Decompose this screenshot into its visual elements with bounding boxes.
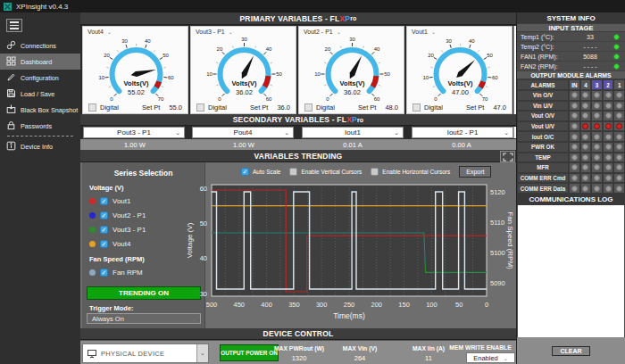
svg-text:70: 70 [158,96,164,102]
secondary-variable-dropdown-2[interactable]: Pout4⌄ [192,127,294,138]
sidebar-item-device-info[interactable]: Device Info [0,138,80,154]
input-stage-value: 5088 [567,54,613,60]
gauge-variable-dropdown[interactable]: Vout4⌄ [88,29,112,35]
alarm-row: TEMP [517,153,625,163]
trigger-mode-value: Always On [92,315,124,323]
alarm-led-gray [616,112,622,119]
mem-write-enable-label: MEM WRITE ENABLE [445,344,516,351]
alarm-led-gray [594,144,600,150]
menu-hamburger-button[interactable] [6,19,22,32]
sidebar-item-dashboard[interactable]: Dashboard [0,54,80,70]
gauge-dial: 0102030405060Volts(V)36.02 [299,37,405,103]
title-bar: XPInsight v0.4.3 [0,0,625,12]
app-title: XPInsight v0.4.3 [16,3,68,11]
alarm-row: Vin O/V [517,90,625,101]
alarm-row: COMM ERR Data [517,183,625,194]
svg-text:50: 50 [455,301,462,309]
digital-checkbox[interactable] [304,103,312,112]
gauge-unit-label: Volts(V) [340,79,365,87]
device-icon [88,350,96,358]
svg-text:0: 0 [326,96,329,102]
series-checkbox[interactable]: ✓ [100,211,108,219]
digital-checkbox[interactable] [196,103,204,112]
checkbox-icon [289,168,297,176]
checkbox-icon [371,168,379,176]
alarm-led-gray [571,92,578,98]
secondary-variable-dropdown-1[interactable]: Pout3 - P1⌄ [83,127,185,138]
alarm-led-gray [582,186,588,192]
chevron-down-icon: ⌄ [504,129,509,136]
gauge-card-3: Vout2 - P1⌄0102030405060Volts(V)36.02Dig… [298,26,404,114]
sidebar-item-black-box-snapshot[interactable]: Black Box Snapshot [0,102,80,118]
gauge-variable-dropdown[interactable]: Vout2 - P1⌄ [304,29,341,35]
device-selector-dropdown[interactable]: PHYSICAL DEVICE ⌄ [82,343,209,363]
digital-checkbox[interactable] [412,103,421,112]
secondary-variable-value: 1.00 W [80,139,189,150]
vertical-cursors-checkbox[interactable]: Enable Vertical Cursors [289,168,362,176]
series-checkbox[interactable]: ✓ [100,240,108,248]
digital-checkbox[interactable] [88,103,96,112]
svg-text:500: 500 [206,301,218,309]
auto-scale-checkbox[interactable]: ✓Auto Scale [241,168,280,176]
chevron-down-icon: ⌄ [107,29,112,35]
svg-text:40: 40 [266,46,272,52]
gauge-variable-dropdown[interactable]: Vout3 - P1⌄ [196,29,233,35]
alarm-row: Vout U/V [517,121,625,132]
input-stage-value: 33 [567,34,613,40]
alarm-led-gray [616,134,622,140]
gauge-unit-label: Volts(V) [124,79,149,87]
sidebar-item-connections[interactable]: Connections [0,37,80,54]
svg-text:0: 0 [485,301,488,309]
alarm-led-gray [571,112,578,119]
svg-text:60: 60 [492,75,498,80]
device-info-icon [6,141,16,153]
alarm-led-gray [571,186,578,192]
svg-text:5120: 5120 [490,188,505,196]
alarm-led-gray [605,186,612,192]
svg-text:300: 300 [316,301,328,309]
svg-text:30: 30 [241,37,247,42]
export-button[interactable]: Export [459,166,491,178]
svg-text:450: 450 [234,301,246,309]
sidebar-item-load-save[interactable]: Load / Save [0,86,80,102]
alarm-led-gray [571,103,578,109]
alarm-led-gray [594,103,600,109]
alarm-led-gray [582,103,588,109]
secondary-variable-value: 0.00 A [407,139,516,150]
alarm-led-gray [594,175,600,181]
series-checkbox[interactable]: ✓ [100,197,108,205]
alarm-led-gray [582,144,588,150]
gauge-footer: DigitalSet Pt47.0 [407,102,512,112]
metric-1: MAX PWRout (W)1320 [268,345,330,362]
device-control-title: DEVICE CONTROL [263,329,334,338]
alarm-led-gray [582,175,588,181]
gauge-needle [456,60,475,78]
chevron-down-icon: ⌄ [229,29,233,35]
series-checkbox[interactable]: ✓ [100,226,108,234]
primary-variables-header: PRIMARY VARIABLES - FLXPro [80,12,516,25]
alarm-led-gray [616,186,622,192]
metric-value: 264 [329,354,391,362]
svg-text:250: 250 [344,301,355,309]
setpt-value: 47.0 [493,103,506,112]
series-checkbox[interactable]: ✓ [100,269,108,277]
black-box-snapshot-icon [6,104,16,116]
mem-write-dropdown[interactable]: Enabled ⌄ [466,352,515,363]
clear-button[interactable]: CLEAR [552,346,589,356]
gauge-variable-dropdown[interactable]: Vout1⌄ [412,29,436,35]
secondary-variable-dropdown-3[interactable]: Iout1⌄ [302,127,404,138]
horizontal-cursors-checkbox[interactable]: Enable Horizontal Cursors [371,168,450,176]
chevron-down-icon: ⌄ [431,29,436,35]
gauge-value: 36.02 [344,88,361,96]
sidebar-item-configuration[interactable]: Configuration [0,70,80,86]
alarm-led-gray [616,92,622,98]
alarm-led-red [616,123,622,129]
sidebar-item-passwords[interactable]: Passwords [0,118,80,134]
secondary-variable-dropdown-4[interactable]: Iout2 - P1⌄ [412,127,513,138]
secondary-variable-value: 1.00 W [189,139,298,150]
expand-chart-button[interactable] [500,151,515,162]
digital-label: Digital [100,103,119,112]
status-led [613,54,620,60]
series-label: Vout2 - P1 [112,211,146,219]
gauge-card-2: Vout3 - P1⌄0102030405060Volts(V)36.02Dig… [190,26,296,114]
